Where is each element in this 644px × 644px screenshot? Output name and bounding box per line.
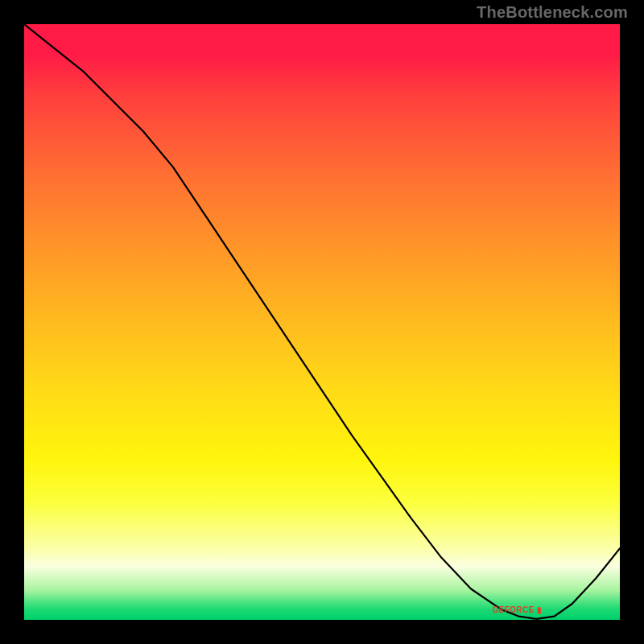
watermark-text: TheBottleneck.com <box>477 3 628 22</box>
bottleneck-curve <box>24 24 620 620</box>
curve-path <box>24 24 620 619</box>
plot-area: GEFORCE ▮ <box>24 24 620 620</box>
minimum-marker-label: GEFORCE ▮ <box>492 605 542 614</box>
chart-frame: TheBottleneck.com GEFORCE ▮ <box>0 0 644 644</box>
